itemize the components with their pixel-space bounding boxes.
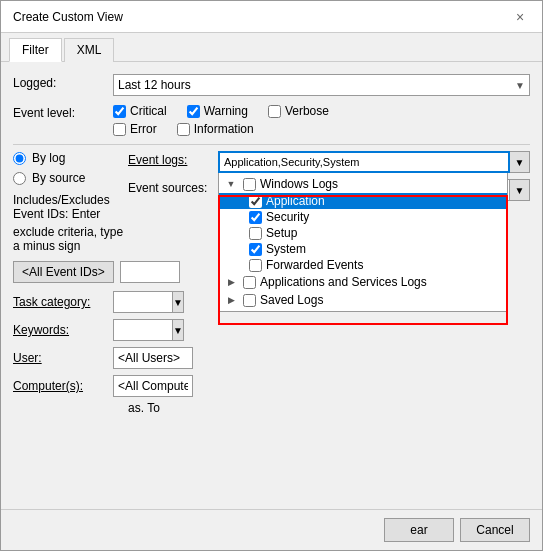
error-checkbox[interactable] [113, 123, 126, 136]
tabs-bar: Filter XML [1, 33, 542, 62]
logged-control: Last 12 hours ▼ [113, 74, 530, 96]
tree-security[interactable]: Security [219, 209, 507, 225]
forwarded-events-label: Forwarded Events [266, 258, 363, 272]
tree-system[interactable]: System [219, 241, 507, 257]
verbose-label: Verbose [285, 104, 329, 118]
event-logs-dropdown-arrow-btn[interactable]: ▼ [510, 151, 530, 173]
information-checkbox-label[interactable]: Information [177, 122, 254, 136]
by-log-option[interactable]: By log [13, 151, 128, 165]
event-logs-dropdown-container: Application,Security,System ▼ ▼ Windows … [218, 151, 530, 173]
all-event-ids-button[interactable]: <All Event IDs> [13, 261, 114, 283]
app-services-label: Applications and Services Logs [260, 275, 427, 289]
includes-desc1: Includes/Excludes Event IDs: Enter [13, 193, 128, 221]
setup-label: Setup [266, 226, 297, 240]
main-area: By log By source Includes/Excludes Event… [13, 151, 530, 415]
information-label: Information [194, 122, 254, 136]
event-level-row: Event level: Critical Warning [13, 104, 530, 136]
cancel-button[interactable]: Cancel [460, 518, 530, 542]
system-checkbox[interactable] [249, 243, 262, 256]
event-level-line2: Error Information [113, 122, 341, 136]
information-checkbox[interactable] [177, 123, 190, 136]
includes-suffix-as: as. To [128, 401, 160, 415]
dialog-title: Create Custom View [13, 10, 123, 24]
user-row: User: [13, 347, 128, 369]
security-checkbox[interactable] [249, 211, 262, 224]
user-label: User: [13, 351, 113, 365]
event-level-line1: Critical Warning Verbose [113, 104, 341, 118]
saved-logs-checkbox[interactable] [243, 294, 256, 307]
system-label: System [266, 242, 306, 256]
task-category-row: Task category: ▼ [13, 291, 128, 313]
radio-group: By log By source [13, 151, 128, 185]
right-panel: Event logs: Application,Security,System … [128, 151, 530, 415]
logged-row: Logged: Last 12 hours ▼ [13, 74, 530, 96]
by-log-radio[interactable] [13, 152, 26, 165]
verbose-checkbox-label[interactable]: Verbose [268, 104, 329, 118]
clear-btn-label: ear [410, 523, 427, 537]
by-source-label: By source [32, 171, 85, 185]
windows-logs-expander[interactable]: ▼ [223, 176, 239, 192]
verbose-checkbox[interactable] [268, 105, 281, 118]
filter-content: Logged: Last 12 hours ▼ Event level: Cri… [1, 62, 542, 509]
tab-filter[interactable]: Filter [9, 38, 62, 62]
by-source-radio[interactable] [13, 172, 26, 185]
saved-logs-label: Saved Logs [260, 293, 323, 307]
includes-desc2: exclude criteria, type a minus sign [13, 225, 128, 253]
event-sources-label: Event sources: [128, 179, 218, 195]
forwarded-events-checkbox[interactable] [249, 259, 262, 272]
tree-app-services[interactable]: ▶ Applications and Services Logs [219, 273, 507, 291]
app-services-expander[interactable]: ▶ [223, 274, 239, 290]
separator [13, 144, 530, 145]
error-checkbox-label[interactable]: Error [113, 122, 157, 136]
critical-checkbox[interactable] [113, 105, 126, 118]
setup-checkbox[interactable] [249, 227, 262, 240]
critical-label: Critical [130, 104, 167, 118]
close-button[interactable]: × [510, 7, 530, 27]
tree-setup[interactable]: Setup [219, 225, 507, 241]
event-logs-value: Application,Security,System [224, 156, 360, 168]
computer-label: Computer(s): [13, 379, 113, 393]
application-checkbox[interactable] [249, 195, 262, 208]
app-services-checkbox[interactable] [243, 276, 256, 289]
clear-button[interactable]: ear [384, 518, 454, 542]
event-logs-tree: ▼ Windows Logs Application [218, 173, 508, 312]
includes-desc-text2: exclude criteria, type a minus sign [13, 225, 123, 253]
event-level-label: Event level: [13, 104, 113, 120]
windows-logs-checkbox[interactable] [243, 178, 256, 191]
logged-dropdown-arrow: ▼ [515, 80, 525, 91]
event-ids-row: <All Event IDs> [13, 261, 128, 283]
critical-checkbox-label[interactable]: Critical [113, 104, 167, 118]
event-sources-dropdown-arrow-btn[interactable]: ▼ [510, 179, 530, 201]
create-custom-view-dialog: Create Custom View × Filter XML Logged: … [0, 0, 543, 551]
event-logs-label: Event logs: [128, 151, 218, 167]
application-label: Application [266, 194, 325, 208]
tree-windows-logs[interactable]: ▼ Windows Logs [219, 175, 507, 193]
left-panel: By log By source Includes/Excludes Event… [13, 151, 128, 415]
keywords-row: Keywords: ▼ [13, 319, 128, 341]
keywords-label: Keywords: [13, 323, 113, 337]
by-log-label: By log [32, 151, 65, 165]
warning-checkbox[interactable] [187, 105, 200, 118]
computer-row: Computer(s): [13, 375, 128, 397]
bottom-buttons: ear Cancel [1, 509, 542, 550]
by-source-option[interactable]: By source [13, 171, 128, 185]
warning-checkbox-label[interactable]: Warning [187, 104, 248, 118]
logged-label: Logged: [13, 74, 113, 90]
event-logs-input[interactable]: Application,Security,System [218, 151, 510, 173]
windows-logs-label: Windows Logs [260, 177, 338, 191]
tab-xml[interactable]: XML [64, 38, 115, 62]
tree-saved-logs[interactable]: ▶ Saved Logs [219, 291, 507, 309]
tree-forwarded-events[interactable]: Forwarded Events [219, 257, 507, 273]
saved-logs-expander[interactable]: ▶ [223, 292, 239, 308]
right-includes-row: as. To [128, 401, 530, 415]
logged-dropdown[interactable]: Last 12 hours ▼ [113, 74, 530, 96]
event-level-controls: Critical Warning Verbose [113, 104, 530, 136]
title-bar: Create Custom View × [1, 1, 542, 33]
tree-application[interactable]: Application [219, 193, 507, 209]
warning-label: Warning [204, 104, 248, 118]
task-category-label: Task category: [13, 295, 113, 309]
event-level-checkboxes: Critical Warning Verbose [113, 104, 341, 136]
includes-section: Includes/Excludes Event IDs: Enter exclu… [13, 193, 128, 253]
security-label: Security [266, 210, 309, 224]
logged-value: Last 12 hours [118, 78, 515, 92]
